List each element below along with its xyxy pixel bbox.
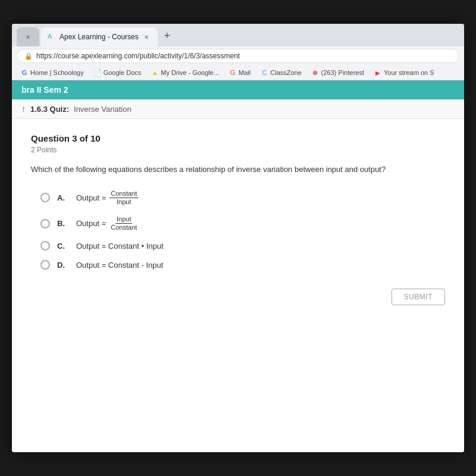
option-b[interactable]: B. Output = Input Constant xyxy=(40,215,445,231)
drive-favicon: ▲ xyxy=(151,68,159,77)
tab-inactive[interactable]: ✕ xyxy=(17,27,39,46)
option-d-text: Output = Constant - Input xyxy=(76,261,163,270)
option-c[interactable]: C. Output = Constant • Input xyxy=(40,241,445,250)
option-c-label: C. xyxy=(57,242,69,250)
bookmark-drive-label: My Drive - Google... xyxy=(161,69,219,76)
quiz-section: 1.6.3 Quiz: xyxy=(30,105,69,114)
question-header: Question 3 of 10 xyxy=(31,133,445,143)
tab-favicon-apex: A xyxy=(48,33,56,41)
mail-favicon: G xyxy=(228,68,237,77)
option-b-prefix: Output = xyxy=(76,219,106,228)
option-d[interactable]: D. Output = Constant - Input xyxy=(40,260,445,270)
classzone-favicon: C xyxy=(260,68,268,77)
bookmark-classzone[interactable]: C ClassZone xyxy=(256,67,305,78)
option-d-content: Output = Constant - Input xyxy=(76,261,163,270)
radio-a[interactable] xyxy=(40,193,50,202)
url-text: https://course.apexlearning.com/public/a… xyxy=(36,52,240,60)
option-a-numerator: Constant xyxy=(109,190,138,198)
option-a-fraction: Constant Input xyxy=(109,190,138,206)
bookmark-pinterest-label: (263) Pinterest xyxy=(321,69,364,76)
new-tab-button[interactable]: + xyxy=(159,27,176,44)
option-a[interactable]: A. Output = Constant Input xyxy=(40,190,445,206)
apex-header: bra II Sem 2 xyxy=(12,80,464,99)
submit-button[interactable]: SUBMIT xyxy=(392,289,445,305)
option-b-content: Output = Input Constant xyxy=(76,215,139,231)
quiz-nav-bar: ↑ 1.6.3 Quiz: Inverse Variation xyxy=(12,99,464,119)
bookmark-stream[interactable]: ▶ Your stream on S xyxy=(370,67,438,78)
option-b-denominator: Constant xyxy=(109,224,138,231)
option-d-label: D. xyxy=(57,261,69,270)
option-a-prefix: Output = xyxy=(76,193,106,202)
option-a-label: A. xyxy=(57,193,69,202)
browser-window: ✕ A Apex Learning - Courses ✕ + 🔒 https:… xyxy=(12,24,464,452)
browser-chrome: ✕ A Apex Learning - Courses ✕ + xyxy=(12,24,464,46)
bookmark-classzone-label: ClassZone xyxy=(270,69,302,76)
docs-favicon: 📄 xyxy=(93,68,102,77)
quiz-nav-icon: ↑ xyxy=(21,104,26,114)
question-text: Which of the following equations describ… xyxy=(31,164,445,176)
answer-options: A. Output = Constant Input B. Output = xyxy=(31,190,445,270)
option-c-text: Output = Constant • Input xyxy=(76,242,164,250)
course-name: bra II Sem 2 xyxy=(21,85,68,95)
question-points: 2 Points xyxy=(31,146,445,154)
submit-row: SUBMIT xyxy=(31,289,445,305)
bookmark-pinterest[interactable]: ⊕ (263) Pinterest xyxy=(308,67,368,78)
bookmark-stream-label: Your stream on S xyxy=(384,69,434,76)
pinterest-favicon: ⊕ xyxy=(311,68,320,77)
option-a-denominator: Input xyxy=(115,198,132,206)
bookmark-google-docs[interactable]: 📄 Google Docs xyxy=(90,67,145,78)
option-b-label: B. xyxy=(57,219,69,228)
bookmark-drive[interactable]: ▲ My Drive - Google... xyxy=(147,67,223,78)
bookmark-docs-label: Google Docs xyxy=(104,69,142,76)
tab-close-inactive[interactable]: ✕ xyxy=(24,33,32,41)
radio-d[interactable] xyxy=(40,260,50,270)
tab-bar: ✕ A Apex Learning - Courses ✕ + xyxy=(17,27,459,46)
quiz-main: Question 3 of 10 2 Points Which of the f… xyxy=(12,119,464,452)
address-bar[interactable]: 🔒 https://course.apexlearning.com/public… xyxy=(17,49,459,63)
schoology-favicon: G xyxy=(20,68,29,77)
lock-icon: 🔒 xyxy=(24,52,33,60)
tab-close-active[interactable]: ✕ xyxy=(142,33,151,41)
quiz-title: Inverse Variation xyxy=(74,105,131,114)
bookmark-schoology-label: Home | Schoology xyxy=(30,69,84,76)
stream-favicon: ▶ xyxy=(374,68,382,77)
option-b-fraction: Input Constant xyxy=(109,215,138,231)
radio-c[interactable] xyxy=(40,241,50,250)
bookmark-mail[interactable]: G Mail xyxy=(225,67,254,78)
bookmark-mail-label: Mail xyxy=(239,69,250,76)
option-c-content: Output = Constant • Input xyxy=(76,242,164,250)
bookmark-schoology[interactable]: G Home | Schoology xyxy=(17,67,87,78)
address-bar-row: 🔒 https://course.apexlearning.com/public… xyxy=(12,46,464,65)
option-b-numerator: Input xyxy=(115,215,132,224)
tab-active[interactable]: A Apex Learning - Courses ✕ xyxy=(40,27,158,46)
radio-b[interactable] xyxy=(40,219,50,228)
tab-label: Apex Learning - Courses xyxy=(60,33,139,41)
option-a-content: Output = Constant Input xyxy=(76,190,139,206)
page-content: bra II Sem 2 ↑ 1.6.3 Quiz: Inverse Varia… xyxy=(12,80,464,452)
bookmarks-bar: G Home | Schoology 📄 Google Docs ▲ My Dr… xyxy=(12,65,464,80)
